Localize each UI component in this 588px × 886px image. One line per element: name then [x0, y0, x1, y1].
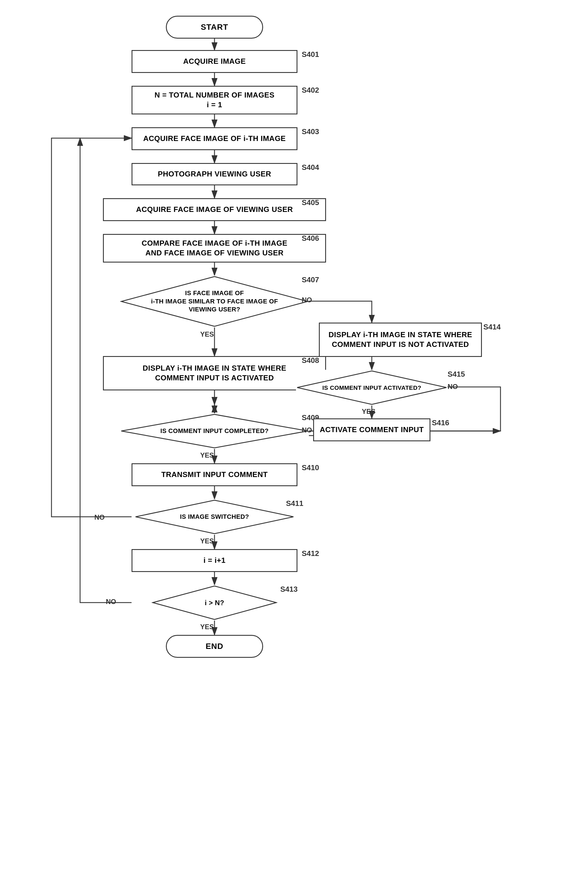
s413-label: S413 — [280, 585, 298, 594]
s413-no-label: NO — [106, 598, 116, 606]
s401-label: S401 — [302, 50, 319, 59]
s409-node: IS COMMENT INPUT COMPLETED? — [120, 413, 309, 449]
s415-yes-label: YES — [362, 408, 375, 415]
s404-label: S404 — [302, 163, 319, 172]
s410-label: S410 — [302, 463, 319, 472]
s404-node: PHOTOGRAPH VIEWING USER — [132, 163, 297, 185]
s416-node: ACTIVATE COMMENT INPUT — [313, 418, 430, 441]
s414-label: S414 — [483, 322, 501, 331]
s407-no-label: NO — [302, 296, 312, 304]
start-node: START — [166, 16, 263, 39]
s408-node: DISPLAY i-TH IMAGE IN STATE WHERE COMMEN… — [103, 356, 326, 390]
s408-label: S408 — [302, 356, 319, 365]
s403-label: S403 — [302, 127, 319, 136]
s413-node: i > N? — [152, 585, 278, 621]
s405-node: ACQUIRE FACE IMAGE OF VIEWING USER — [103, 198, 326, 221]
s407-label: S407 — [302, 276, 319, 284]
s409-yes-label: YES — [200, 451, 214, 459]
s413-yes-label: YES — [200, 623, 214, 631]
s410-node: TRANSMIT INPUT COMMENT — [132, 463, 297, 486]
s402-label: S402 — [302, 86, 319, 94]
s415-no-label: NO — [448, 383, 458, 391]
s411-yes-label: YES — [200, 537, 214, 545]
flowchart-diagram: START ACQUIRE IMAGE S401 N = TOTAL NUMBE… — [0, 0, 588, 886]
s411-no-label: NO — [94, 513, 105, 521]
s411-label: S411 — [286, 499, 303, 508]
s405-label: S405 — [302, 198, 319, 207]
s415-label: S415 — [448, 370, 465, 379]
s402-node: N = TOTAL NUMBER OF IMAGES i = 1 — [132, 86, 297, 114]
s409-no-label: NO — [302, 426, 312, 434]
end-node: END — [166, 635, 263, 658]
s403-node: ACQUIRE FACE IMAGE OF i-TH IMAGE — [132, 127, 297, 150]
s414-node: DISPLAY i-TH IMAGE IN STATE WHERE COMMEN… — [319, 322, 482, 357]
s412-label: S412 — [302, 549, 319, 558]
s416-label: S416 — [432, 418, 449, 427]
s407-yes-label: YES — [200, 330, 214, 338]
s415-node: IS COMMENT INPUT ACTIVATED? — [296, 370, 448, 406]
s407-node: IS FACE IMAGE OF i-TH IMAGE SIMILAR TO F… — [120, 276, 309, 327]
s412-node: i = i+1 — [132, 549, 297, 572]
s406-node: COMPARE FACE IMAGE OF i-TH IMAGE AND FAC… — [103, 234, 326, 262]
s401-node: ACQUIRE IMAGE — [132, 50, 297, 73]
s406-label: S406 — [302, 234, 319, 243]
s411-node: IS IMAGE SWITCHED? — [134, 499, 295, 535]
